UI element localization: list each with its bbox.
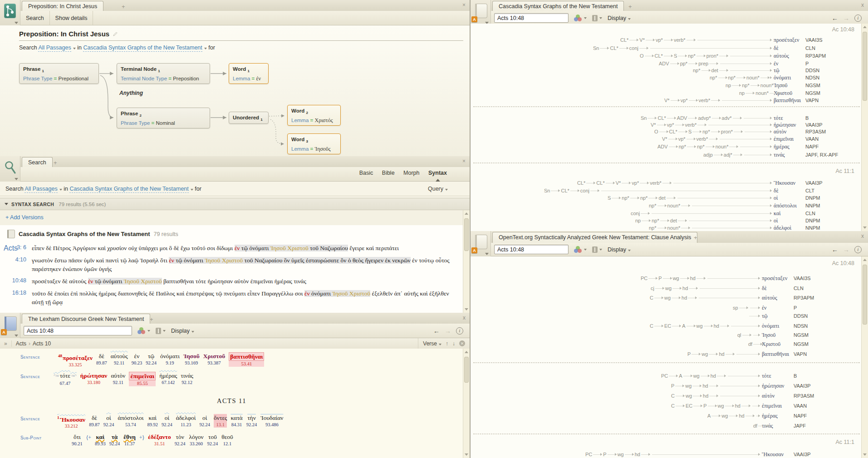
query-box-terminal-node-1[interactable]: Terminal Node 1 Terminal Node Type = Pre… <box>117 63 210 84</box>
syntax-tree-row[interactable]: V*vp*verb*βαπτισθῆναιVAPN <box>475 97 860 104</box>
greek-word[interactable]: ἐπιμεῖναι <box>774 136 805 143</box>
scroll-down-icon[interactable] <box>465 308 468 310</box>
lexham-word[interactable]: ἡμέρας67.142 <box>159 372 177 385</box>
columns-icon[interactable] <box>592 15 602 21</box>
greek-word[interactable]: δὲ <box>774 187 805 194</box>
scrollbar-thumb[interactable] <box>464 357 469 383</box>
reference-input[interactable] <box>24 326 132 335</box>
lexham-word[interactable]: ⟨+ <box>86 433 91 448</box>
scroll-up-icon[interactable] <box>465 351 468 353</box>
resource-dropdown[interactable]: Cascadia Syntax Graphs of the New Testam… <box>69 186 188 193</box>
syntax-tree-row[interactable]: ADVnp*np*noun*ἡμέραςNAPF <box>475 143 860 150</box>
syntax-tree-row[interactable]: PwghdβαπτισθῆναιVAPN <box>475 350 860 358</box>
display-dropdown[interactable]: Display <box>171 328 194 334</box>
link-set-a-badge[interactable]: A <box>471 16 477 22</box>
forward-icon[interactable]: → <box>843 246 849 253</box>
scrollbar-thumb[interactable] <box>863 32 867 101</box>
close-panel-icon[interactable]: × <box>462 2 466 8</box>
greek-word[interactable]: τῷ <box>762 313 794 320</box>
syntax-tree-row[interactable]: dfΧριστοῦNGSM <box>475 340 860 348</box>
scroll-up-icon[interactable] <box>465 212 468 215</box>
greek-word[interactable]: ἡμέρας <box>762 413 794 419</box>
lexham-word[interactable]: οἱ92.24 <box>103 414 114 428</box>
syntax-tree-row[interactable]: conjκαὶCLN <box>475 210 860 217</box>
back-icon[interactable]: ← <box>832 15 838 22</box>
new-tab-button[interactable]: + <box>150 316 153 323</box>
lexham-word[interactable]: +⟩ <box>139 433 144 448</box>
syntax-tree-row[interactable]: npnp*detοἱDNPM <box>475 217 860 224</box>
syntax-tree-row[interactable]: CECAwghdὀνόματιNDSN <box>475 322 860 330</box>
lexham-word[interactable]: 48προσέταξεν33.325 <box>58 352 93 368</box>
greek-word[interactable]: τότε <box>762 373 794 379</box>
greek-word[interactable]: τότε <box>774 115 805 122</box>
resource-result-header[interactable]: Cascadia Syntax Graphs of the New Testam… <box>4 230 463 238</box>
greek-word[interactable]: προσέταξεν <box>774 37 805 44</box>
lexham-word[interactable]: τὴν92.24 <box>246 414 257 428</box>
lexham-word[interactable]: βαπτισθῆναι53.41 <box>229 352 264 367</box>
reference-input[interactable] <box>494 13 569 23</box>
lexham-word[interactable]: τῷ92.24 <box>146 352 157 366</box>
results-scrollbar[interactable] <box>463 210 470 313</box>
syntax-tree-row[interactable]: PCAwghdτότεB <box>475 372 860 379</box>
syntax-tree-row[interactable]: CwghdαὐτοὺςRP3APM <box>475 294 860 301</box>
panel-menu-chevron-icon[interactable] <box>15 335 18 337</box>
greek-word[interactable]: αὐτοὺς <box>762 295 794 301</box>
syntax-tree-row[interactable]: OCL*Snp*pron*αὐτοὺςRP3APM <box>475 52 860 59</box>
discourse-unit-label[interactable]: Sentence <box>0 352 54 360</box>
parallel-resources-icon[interactable] <box>574 15 587 22</box>
syntax-tree-row[interactable]: cjwghdδὲCLN <box>475 285 860 292</box>
syntax-tree-row[interactable]: V*vp*verb*ἠρώτησανVAAI3P <box>475 121 860 128</box>
forward-icon[interactable]: → <box>843 15 849 22</box>
lexham-word[interactable]: ἐπιμεῖναι85.55 <box>129 372 156 386</box>
close-panel-icon[interactable]: x <box>463 315 466 320</box>
tab-basic[interactable]: Basic <box>359 170 373 176</box>
previous-verse-icon[interactable]: ↑ <box>446 340 448 347</box>
greek-word[interactable]: δὲ <box>774 45 805 52</box>
scrollbar-thumb[interactable] <box>464 218 469 251</box>
query-dropdown[interactable]: Query <box>428 186 448 192</box>
lexham-word[interactable]: Ἰουδαίαν93.486 <box>260 414 283 428</box>
syntax-tree-row[interactable]: PCPwghdπροσέταξενVAAI3S <box>475 275 860 282</box>
syntax-tree-row[interactable]: npnoun*ΧριστοῦNGSM <box>475 89 860 97</box>
lexham-word[interactable]: ἀδελφοὶ11.23 <box>176 414 196 428</box>
discourse-unit-label[interactable]: Sub-Point <box>0 433 54 440</box>
result-reference[interactable]: 4:10 <box>0 256 32 273</box>
greek-word[interactable]: οἱ <box>774 195 805 202</box>
panel-menu-chevron-icon[interactable] <box>15 178 18 180</box>
show-details-button[interactable]: Show details <box>50 11 93 25</box>
panel-e-icon-strip[interactable]: A <box>471 231 491 257</box>
new-tab-button[interactable]: + <box>628 3 632 10</box>
lexham-word[interactable]: 1Ἤκουσαν33.212 <box>57 414 85 429</box>
close-locator-icon[interactable]: ✕ <box>459 340 465 346</box>
link-set-a-badge[interactable]: A <box>471 247 477 253</box>
scroll-down-icon[interactable] <box>465 453 468 456</box>
tab-morph[interactable]: Morph <box>403 170 419 176</box>
syntax-tree-row[interactable]: PCPwghdἬκουσανVAAI3P <box>475 451 860 458</box>
lexham-word[interactable]: ἐδέξαντο31.51 <box>148 433 171 447</box>
search-result-row[interactable]: Acts3: 6εἶπεν δὲ Πέτρος Ἀργύριον καὶ χρυ… <box>0 244 463 252</box>
lexham-word[interactable]: λόγον33.260 <box>189 433 203 447</box>
columns-icon[interactable] <box>156 328 166 334</box>
syntax-tree-row[interactable]: dfτινάςJAPF <box>475 422 860 429</box>
info-icon[interactable]: i <box>456 327 463 335</box>
breadcrumb[interactable]: Acts›Acts 10 <box>16 340 51 347</box>
lexham-word[interactable]: τοῦ92.24 <box>207 433 218 447</box>
greek-word[interactable]: ἠρώτησαν <box>762 383 794 389</box>
new-tab-button[interactable]: + <box>54 159 57 166</box>
greek-word[interactable]: ἐν <box>762 305 794 311</box>
query-box-phrase-2[interactable]: Phrase 2 Phrase Type = Nominal <box>117 108 210 128</box>
syntax-tree-row[interactable]: np*noun*ἀδελφοὶNNPM <box>475 224 860 231</box>
panel-menu-chevron-icon[interactable] <box>485 253 489 255</box>
greek-word[interactable]: ἡμέρας <box>774 143 805 150</box>
display-dropdown[interactable]: Display <box>608 246 631 253</box>
greek-word[interactable]: τῷ <box>774 67 805 74</box>
scrollbar-thumb[interactable] <box>863 265 867 325</box>
link-set-a-badge[interactable]: A <box>1 329 7 335</box>
lexham-word[interactable]: ⌜ᵀᴹ τότε ᵀᴹ⌝67.47 <box>54 372 77 386</box>
discourse-unit-label[interactable]: Sentence <box>0 414 54 421</box>
scroll-up-icon[interactable] <box>863 26 867 28</box>
syntax-tree-row[interactable]: V*vp*verb*ἐπιμεῖναιVAAN <box>475 135 860 143</box>
query-box-word-2[interactable]: Word 2 Lemma = Χριστός <box>287 105 341 126</box>
greek-word[interactable]: Χριστοῦ <box>762 341 794 348</box>
syntax-tree-row[interactable]: CL*V*vp*verb*προσέταξενVAAI3S <box>475 36 860 44</box>
